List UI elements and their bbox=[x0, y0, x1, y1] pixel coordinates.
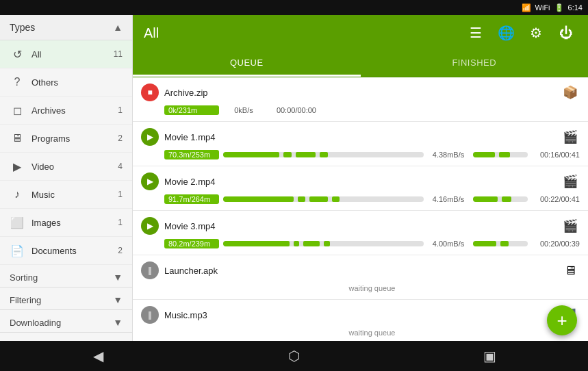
bottom-nav: ◀ ⬡ ▣ bbox=[0, 341, 588, 371]
sidebar-item-label: Images bbox=[31, 218, 111, 228]
progress-bar bbox=[223, 196, 424, 202]
progress-bar-right bbox=[473, 196, 528, 202]
sidebar-item-programs[interactable]: 🖥 Programs 2 bbox=[0, 125, 132, 153]
chevron-down-icon: ▼ bbox=[113, 317, 123, 328]
sidebar-section-filtering[interactable]: Filtering ▼ bbox=[0, 287, 132, 310]
sorting-label: Sorting bbox=[10, 272, 38, 283]
progress-size: 91.7m/264m bbox=[164, 194, 219, 204]
progress-size: 80.2m/239m bbox=[164, 239, 219, 248]
file-thumb: 📦 bbox=[561, 83, 580, 102]
recents-button[interactable]: ▣ bbox=[473, 341, 507, 371]
sidebar-item-count: 1 bbox=[118, 105, 123, 115]
sidebar-item-images[interactable]: ⬜ Images 1 bbox=[0, 209, 132, 237]
progress-size: 0k/231m bbox=[164, 105, 219, 115]
archives-icon: ◻ bbox=[10, 103, 25, 118]
settings-icon[interactable]: ⚙ bbox=[525, 22, 547, 44]
fab-add-button[interactable]: + bbox=[547, 305, 577, 335]
table-row: ▶ Movie 1.mp4 🎬 70.3m/253m 4.38mB/s bbox=[133, 122, 588, 166]
file-name: Launcher.apk bbox=[164, 266, 555, 276]
time-text: 00:20/00:39 bbox=[532, 240, 580, 248]
tabs-bar: QUEUE FINISHED bbox=[133, 51, 588, 77]
status-button-error[interactable]: ■ bbox=[141, 84, 159, 101]
sidebar-item-music[interactable]: ♪ Music 1 bbox=[0, 181, 132, 209]
table-row: ▶ Movie 2.mp4 🎬 91.7m/264m 4.16mB/s bbox=[133, 166, 588, 211]
progress-bar bbox=[223, 152, 424, 157]
sidebar-item-count: 2 bbox=[118, 133, 123, 143]
others-icon: ? bbox=[10, 75, 25, 90]
menu-icon[interactable]: ☰ bbox=[465, 22, 487, 44]
page-title: All bbox=[144, 25, 457, 41]
documents-icon: 📄 bbox=[10, 243, 25, 258]
speed-text: 4.16mB/s bbox=[428, 195, 469, 203]
chevron-down-icon: ▼ bbox=[113, 294, 123, 305]
chevron-up-icon: ▲ bbox=[113, 22, 123, 33]
signal-icon: 📶 bbox=[522, 3, 531, 12]
back-button[interactable]: ◀ bbox=[81, 341, 115, 371]
sidebar-item-count: 2 bbox=[118, 246, 123, 255]
progress-size: 70.3m/253m bbox=[164, 150, 219, 159]
progress-bar bbox=[223, 241, 424, 246]
file-thumb: 🎬 bbox=[561, 216, 580, 235]
time-text: 00:16/00:41 bbox=[532, 151, 580, 159]
file-name: Movie 1.mp4 bbox=[164, 132, 555, 142]
file-thumb: 🎬 bbox=[561, 127, 580, 146]
file-name: Music.mp3 bbox=[164, 310, 555, 320]
status-time: 6:14 bbox=[568, 3, 583, 12]
sidebar-section-downloading[interactable]: Downloading ▼ bbox=[0, 310, 132, 333]
sidebar-item-count: 4 bbox=[118, 162, 123, 171]
tab-queue[interactable]: QUEUE bbox=[133, 51, 361, 77]
sidebar-item-label: Music bbox=[31, 190, 111, 200]
table-row: ‖ Launcher.apk 🖥 waiting queue bbox=[133, 255, 588, 300]
images-icon: ⬜ bbox=[10, 215, 25, 230]
download-list: ■ Archive.zip 📦 0k/231m 0kB/s 00:00/00:0… bbox=[133, 77, 588, 341]
speed-text: 0kB/s bbox=[223, 106, 264, 114]
progress-bar-right bbox=[473, 241, 528, 246]
progress-bar-right bbox=[473, 152, 528, 157]
status-button-active[interactable]: ▶ bbox=[141, 128, 159, 146]
table-row: ‖ Music.mp3 🎵 waiting queue bbox=[133, 300, 588, 341]
sidebar-section-sorting[interactable]: Sorting ▼ bbox=[0, 265, 132, 287]
file-name: Movie 3.mp4 bbox=[164, 221, 555, 231]
status-button-paused[interactable]: ‖ bbox=[141, 306, 159, 324]
sidebar-item-label: Others bbox=[31, 77, 123, 88]
power-icon[interactable]: ⏻ bbox=[555, 22, 577, 44]
home-button[interactable]: ⬡ bbox=[277, 341, 311, 371]
sidebar-item-video[interactable]: ▶ Video 4 bbox=[0, 153, 132, 181]
sidebar-section-tools[interactable]: Tools ▼ bbox=[0, 333, 132, 341]
sidebar: Types ▲ ↺ All 11 ? Others ◻ Archives 1 🖥… bbox=[0, 15, 133, 341]
status-button-paused[interactable]: ‖ bbox=[141, 261, 159, 279]
speed-text: 4.38mB/s bbox=[428, 151, 469, 159]
battery-icon: 🔋 bbox=[554, 3, 564, 12]
sidebar-types-header[interactable]: Types ▲ bbox=[0, 15, 132, 40]
downloading-label: Downloading bbox=[10, 318, 61, 328]
status-bar: 📶 WiFi 🔋 6:14 bbox=[0, 0, 588, 15]
status-button-active[interactable]: ▶ bbox=[141, 217, 159, 235]
sidebar-item-count: 1 bbox=[118, 218, 123, 227]
sidebar-item-count: 11 bbox=[114, 49, 123, 59]
music-icon: ♪ bbox=[10, 187, 25, 202]
tab-finished[interactable]: FINISHED bbox=[361, 51, 589, 77]
time-text: 00:00/00:00 bbox=[268, 106, 316, 114]
file-name: Movie 2.mp4 bbox=[164, 177, 555, 187]
file-thumb: 🎬 bbox=[561, 172, 580, 191]
status-button-active[interactable]: ▶ bbox=[141, 172, 159, 190]
video-icon: ▶ bbox=[10, 159, 25, 174]
sidebar-item-label: All bbox=[31, 49, 107, 60]
top-bar: All ☰ 🌐 ⚙ ⏻ bbox=[133, 15, 588, 51]
programs-icon: 🖥 bbox=[10, 131, 25, 146]
file-name: Archive.zip bbox=[164, 88, 555, 98]
wifi-icon: WiFi bbox=[535, 3, 550, 12]
file-thumb: 🖥 bbox=[561, 261, 580, 280]
sidebar-item-archives[interactable]: ◻ Archives 1 bbox=[0, 97, 132, 125]
sidebar-item-documents[interactable]: 📄 Documents 2 bbox=[0, 237, 132, 265]
sidebar-item-count: 1 bbox=[118, 190, 123, 199]
waiting-text: waiting queue bbox=[164, 284, 580, 292]
time-text: 00:22/00:41 bbox=[532, 195, 580, 203]
sidebar-item-others[interactable]: ? Others bbox=[0, 68, 132, 97]
sidebar-item-all[interactable]: ↺ All 11 bbox=[0, 40, 132, 68]
sidebar-item-label: Programs bbox=[31, 133, 111, 144]
sidebar-item-label: Video bbox=[31, 162, 111, 172]
sidebar-item-label: Documents bbox=[31, 246, 111, 256]
speed-text: 4.00mB/s bbox=[428, 240, 469, 248]
globe-icon[interactable]: 🌐 bbox=[495, 22, 517, 44]
